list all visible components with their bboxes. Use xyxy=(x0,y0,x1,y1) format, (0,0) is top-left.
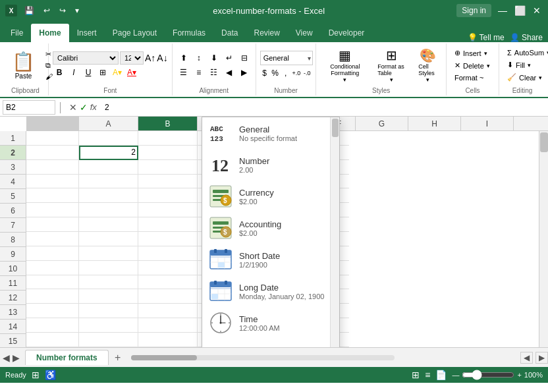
confirm-icon[interactable]: ✓ xyxy=(80,102,88,113)
align-left-button[interactable]: ☰ xyxy=(177,66,191,79)
comma-button[interactable]: , xyxy=(281,67,290,80)
format-item-number[interactable]: 12 Number 2.00 xyxy=(202,149,339,181)
font-color-button[interactable]: A▾ xyxy=(125,66,138,79)
indent-decrease-button[interactable]: ◀ xyxy=(222,66,236,79)
customize-button[interactable]: ▾ xyxy=(73,5,81,16)
tab-data[interactable]: Data xyxy=(213,24,246,42)
sheet-nav-left[interactable]: ◀ xyxy=(3,352,10,363)
cell-B5[interactable] xyxy=(79,188,138,203)
cell-A13[interactable] xyxy=(26,304,79,318)
format-item-long-date[interactable]: Long Date Monday, January 02, 1900 xyxy=(202,275,339,307)
cell-C11[interactable] xyxy=(138,275,198,290)
cell-B11[interactable] xyxy=(79,275,138,290)
conditional-formatting-button[interactable]: ▦ Conditional Formatting ▾ xyxy=(320,45,370,86)
cell-A12[interactable] xyxy=(26,289,79,304)
vertical-scrollbar[interactable] xyxy=(539,131,548,347)
cell-A9[interactable] xyxy=(26,246,79,261)
sheet-nav-right[interactable]: ▶ xyxy=(13,352,20,363)
italic-button[interactable]: I xyxy=(67,66,80,79)
percent-button[interactable]: % xyxy=(271,67,280,80)
tab-developer[interactable]: Developer xyxy=(321,24,373,42)
paste-button[interactable]: 📋 Paste xyxy=(7,45,40,86)
cut-button[interactable]: ✂ xyxy=(43,49,55,59)
row-header-3[interactable]: 3 xyxy=(0,160,26,175)
format-item-time[interactable]: Time 12:00:00 AM xyxy=(202,307,339,339)
row-header-10[interactable]: 10 xyxy=(0,262,26,276)
cell-B7[interactable] xyxy=(79,217,138,232)
font-name-select[interactable]: Calibri xyxy=(53,51,119,65)
accounting-format-button[interactable]: $ xyxy=(260,67,269,80)
decrease-font-button[interactable]: A↓ xyxy=(157,53,167,63)
cell-B8[interactable] xyxy=(79,232,138,246)
cell-B2[interactable]: 2 xyxy=(79,146,138,160)
cell-C10[interactable] xyxy=(138,261,198,275)
row-header-1[interactable]: 1 xyxy=(0,131,26,146)
sum-button[interactable]: ΣAutoSum▾ xyxy=(503,47,541,58)
scroll-right-button[interactable]: ▶ xyxy=(535,352,548,364)
wrap-text-button[interactable]: ↵ xyxy=(222,51,236,65)
sign-in-button[interactable]: Sign in xyxy=(456,4,491,17)
cancel-icon[interactable]: ✕ xyxy=(69,102,77,113)
row-header-12[interactable]: 12 xyxy=(0,291,26,305)
format-item-general[interactable]: ABC 123 General No specific format xyxy=(202,117,339,149)
align-right-button[interactable]: ☷ xyxy=(207,66,221,79)
cell-B4[interactable] xyxy=(79,175,138,189)
cell-A3[interactable] xyxy=(26,160,79,175)
tab-home[interactable]: Home xyxy=(31,24,68,42)
tab-view[interactable]: View xyxy=(288,24,321,42)
cell-A11[interactable] xyxy=(26,275,79,290)
redo-button[interactable]: ↪ xyxy=(57,5,68,16)
cell-B15[interactable] xyxy=(79,333,138,347)
cell-A2[interactable] xyxy=(26,146,79,160)
increase-decimal-button[interactable]: +.0 xyxy=(292,67,302,80)
align-middle-button[interactable]: ↕ xyxy=(192,51,206,65)
col-header-select-all[interactable] xyxy=(26,117,79,130)
col-header-H[interactable]: H xyxy=(408,117,461,130)
row-header-5[interactable]: 5 xyxy=(0,189,26,204)
row-header-2[interactable]: 2 xyxy=(0,146,26,160)
cell-A5[interactable] xyxy=(26,188,79,203)
underline-button[interactable]: U xyxy=(82,66,95,79)
cell-C2[interactable] xyxy=(138,146,198,160)
scroll-left-button[interactable]: ◀ xyxy=(520,352,533,364)
row-header-13[interactable]: 13 xyxy=(0,305,26,320)
fill-color-button[interactable]: A▾ xyxy=(111,66,124,79)
cell-A4[interactable] xyxy=(26,175,79,189)
cell-A14[interactable] xyxy=(26,318,79,333)
page-break-view-icon[interactable]: 📄 xyxy=(435,370,447,380)
align-top-button[interactable]: ⬆ xyxy=(177,51,191,65)
cell-A15[interactable] xyxy=(26,333,79,347)
close-button[interactable]: ✕ xyxy=(531,5,543,16)
cell-A10[interactable] xyxy=(26,261,79,275)
format-button[interactable]: Format ~ xyxy=(451,72,495,83)
cell-C13[interactable] xyxy=(138,304,198,318)
row-header-14[interactable]: 14 xyxy=(0,320,26,334)
formula-input[interactable] xyxy=(102,103,545,112)
font-size-select[interactable]: 12 xyxy=(120,51,144,65)
format-painter-button[interactable]: 🖌 xyxy=(43,72,55,81)
borders-button[interactable]: ⊞ xyxy=(96,66,109,79)
cell-A8[interactable] xyxy=(26,232,79,246)
row-header-9[interactable]: 9 xyxy=(0,247,26,262)
clear-button[interactable]: 🧹Clear▾ xyxy=(503,72,541,83)
zoom-slider[interactable] xyxy=(462,370,514,380)
cell-C6[interactable] xyxy=(138,203,198,217)
insert-button[interactable]: ⊕Insert▾ xyxy=(451,47,495,59)
row-header-7[interactable]: 7 xyxy=(0,218,26,233)
function-icon[interactable]: fx xyxy=(90,102,97,112)
row-header-11[interactable]: 11 xyxy=(0,276,26,291)
save-button[interactable]: 💾 xyxy=(22,5,36,16)
cell-A1[interactable] xyxy=(26,131,79,146)
number-format-dropdown[interactable]: General ▾ xyxy=(260,51,313,65)
decrease-decimal-button[interactable]: -.0 xyxy=(302,67,312,80)
col-header-A[interactable]: A xyxy=(79,117,138,130)
page-layout-view-icon[interactable]: ≡ xyxy=(425,370,430,380)
delete-button[interactable]: ✕Delete▾ xyxy=(451,60,495,71)
sheet-tab-number-formats[interactable]: Number formats xyxy=(25,350,109,365)
row-header-6[interactable]: 6 xyxy=(0,204,26,218)
align-bottom-button[interactable]: ⬇ xyxy=(207,51,221,65)
cell-C5[interactable] xyxy=(138,188,198,203)
format-item-percentage[interactable]: % Percentage 200.00% xyxy=(202,339,339,347)
col-header-I[interactable]: I xyxy=(461,117,514,130)
format-item-short-date[interactable]: Short Date 1/2/1900 xyxy=(202,244,339,275)
